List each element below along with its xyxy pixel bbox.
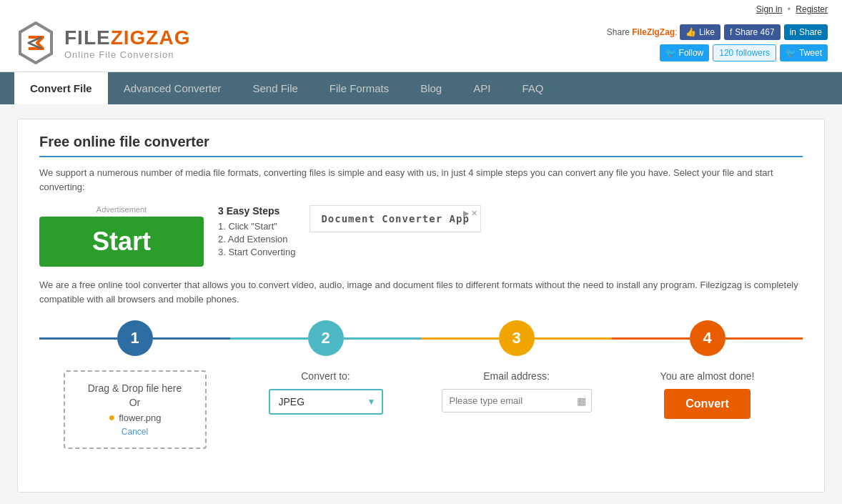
file-name: flower.png bbox=[119, 412, 161, 423]
followers-count: 120 followers bbox=[719, 48, 770, 58]
nav-blog[interactable]: Blog bbox=[405, 72, 457, 104]
drop-zone[interactable]: Drag & Drop file here Or ● flower.png Ca… bbox=[64, 370, 207, 449]
main-content: Free online file converter We support a … bbox=[0, 104, 842, 504]
logo-file: FILE bbox=[64, 26, 111, 49]
steps-row: 1 Drag & Drop file here Or ● flower.png … bbox=[39, 320, 803, 449]
step-2-line-left bbox=[230, 337, 308, 340]
drop-zone-file: ● flower.png bbox=[109, 411, 162, 424]
convert-button[interactable]: Convert bbox=[664, 389, 750, 419]
separator: • bbox=[788, 4, 791, 14]
almost-done-text: You are almost done! bbox=[660, 370, 755, 382]
nav-file-formats[interactable]: File Formats bbox=[314, 72, 405, 104]
description-text: We support a numerous number of media fi… bbox=[39, 166, 803, 194]
step-2-line-right bbox=[344, 337, 422, 340]
step-3-content: Email address: ▦ bbox=[421, 370, 612, 412]
ad-close-icon[interactable]: ▶ ✕ bbox=[463, 209, 477, 218]
ad-start-banner[interactable]: Start bbox=[39, 217, 204, 267]
step-3-line-left bbox=[421, 337, 499, 340]
main-nav: Convert File Advanced Converter Send Fil… bbox=[0, 72, 842, 104]
step-2-line: 2 bbox=[230, 320, 421, 356]
easy-step-3: 3. Start Converting bbox=[218, 247, 295, 257]
follow-label: Follow bbox=[679, 48, 704, 58]
facebook-icon: f bbox=[730, 27, 732, 37]
nav-items: Convert File Advanced Converter Send Fil… bbox=[14, 72, 828, 104]
page-title: Free online file converter bbox=[39, 134, 803, 157]
like-label: Like bbox=[699, 27, 715, 37]
email-input-wrap: ▦ bbox=[442, 389, 592, 412]
nav-send-file[interactable]: Send File bbox=[237, 72, 313, 104]
logo-zigzag: ZIGZAG bbox=[111, 26, 191, 49]
step-3-circle: 3 bbox=[499, 320, 535, 356]
step-4-line-left bbox=[612, 337, 690, 340]
step-2-content: Convert to: JPEG PNG PDF GIF ▼ bbox=[230, 370, 421, 415]
tweet-button[interactable]: 🐦 Tweet bbox=[780, 44, 828, 61]
step-2-label: Convert to: bbox=[301, 370, 350, 382]
share-label: Share FileZigZag: bbox=[607, 27, 680, 37]
linkedin-share-button[interactable]: in Share bbox=[784, 24, 828, 40]
site-name-link[interactable]: FileZigZag bbox=[632, 27, 675, 37]
register-link[interactable]: Register bbox=[796, 4, 828, 14]
format-select[interactable]: JPEG PNG PDF GIF bbox=[269, 389, 383, 415]
twitter-row: 🐦 Follow 120 followers 🐦 Tweet bbox=[660, 44, 828, 61]
linkedin-icon: in bbox=[790, 27, 796, 37]
facebook-share-button[interactable]: f Share 467 bbox=[724, 24, 781, 40]
ad-right: 3 Easy Steps 1. Click "Start" 2. Add Ext… bbox=[218, 205, 803, 260]
doc-converter-title: Document Converter App bbox=[321, 213, 469, 224]
desc2-text: We are a free online tool converter that… bbox=[39, 278, 803, 306]
step-4-circle: 4 bbox=[690, 320, 725, 356]
sign-in-link[interactable]: Sign in bbox=[756, 4, 783, 14]
step-2: 2 Convert to: JPEG PNG PDF GIF ▼ bbox=[230, 320, 421, 415]
ad-label: Advertisement bbox=[96, 205, 147, 214]
easy-steps-list: 1. Click "Start" 2. Add Extension 3. Sta… bbox=[218, 221, 295, 257]
step-1-line: 1 bbox=[39, 320, 230, 356]
social-area: Share FileZigZag: 👍 Like f Share 467 in … bbox=[607, 24, 828, 61]
ad-section: Advertisement Start 3 Easy Steps 1. Clic… bbox=[39, 205, 803, 267]
thumbs-up-icon: 👍 bbox=[685, 27, 696, 37]
logo-subtitle: Online File Conversion bbox=[64, 49, 190, 60]
nav-api[interactable]: API bbox=[457, 72, 506, 104]
share-label-row: Share FileZigZag: 👍 Like f Share 467 in … bbox=[607, 24, 828, 40]
facebook-like-button[interactable]: 👍 Like bbox=[680, 24, 720, 40]
easy-steps: 3 Easy Steps 1. Click "Start" 2. Add Ext… bbox=[218, 205, 295, 260]
step-3-line: 3 bbox=[421, 320, 612, 356]
step-4: 4 You are almost done! Convert bbox=[612, 320, 803, 419]
step-3-label: Email address: bbox=[483, 370, 550, 382]
ad-left: Advertisement Start bbox=[39, 205, 204, 267]
tweet-label: Tweet bbox=[799, 48, 822, 58]
header: FILEZIGZAG Online File Conversion Share … bbox=[14, 16, 828, 71]
doc-converter-ad: ▶ ✕ Document Converter App bbox=[309, 205, 480, 232]
step-4-content: You are almost done! Convert bbox=[612, 370, 803, 419]
followers-count-button[interactable]: 120 followers bbox=[713, 44, 776, 61]
easy-step-2: 2. Add Extension bbox=[218, 234, 295, 244]
easy-steps-title: 3 Easy Steps bbox=[218, 205, 295, 217]
step-2-circle: 2 bbox=[308, 320, 344, 356]
tweet-bird-icon: 🐦 bbox=[786, 48, 796, 58]
email-icon: ▦ bbox=[577, 395, 586, 407]
content-box: Free online file converter We support a … bbox=[17, 119, 825, 493]
nav-convert-file[interactable]: Convert File bbox=[14, 72, 108, 104]
logo-icon bbox=[14, 21, 57, 64]
cancel-link[interactable]: Cancel bbox=[122, 427, 148, 437]
convert-select-wrap: JPEG PNG PDF GIF ▼ bbox=[269, 389, 383, 415]
nav-advanced-converter[interactable]: Advanced Converter bbox=[108, 72, 237, 104]
step-1-circle: 1 bbox=[117, 320, 153, 356]
easy-step-1: 1. Click "Start" bbox=[218, 221, 295, 232]
step-3: 3 Email address: ▦ bbox=[421, 320, 612, 412]
twitter-follow-button[interactable]: 🐦 Follow bbox=[660, 44, 710, 61]
linkedin-share-label: Share bbox=[799, 27, 822, 37]
drop-zone-or: Or bbox=[129, 397, 141, 408]
logo-area: FILEZIGZAG Online File Conversion bbox=[14, 21, 190, 64]
email-input[interactable] bbox=[442, 389, 592, 412]
file-dot-icon: ● bbox=[109, 411, 116, 424]
step-1-line-left bbox=[39, 337, 117, 340]
twitter-bird-icon: 🐦 bbox=[665, 48, 676, 58]
logo-text: FILEZIGZAG Online File Conversion bbox=[64, 26, 190, 60]
nav-faq[interactable]: FAQ bbox=[506, 72, 559, 104]
step-1-line-right bbox=[153, 337, 231, 340]
logo-brand: FILEZIGZAG bbox=[64, 26, 190, 49]
step-4-line: 4 bbox=[612, 320, 803, 356]
top-links-bar: Sign in • Register bbox=[14, 0, 828, 16]
step-4-line-right bbox=[725, 337, 803, 340]
share-count-label: Share 467 bbox=[735, 27, 774, 37]
step-1: 1 Drag & Drop file here Or ● flower.png … bbox=[39, 320, 230, 449]
